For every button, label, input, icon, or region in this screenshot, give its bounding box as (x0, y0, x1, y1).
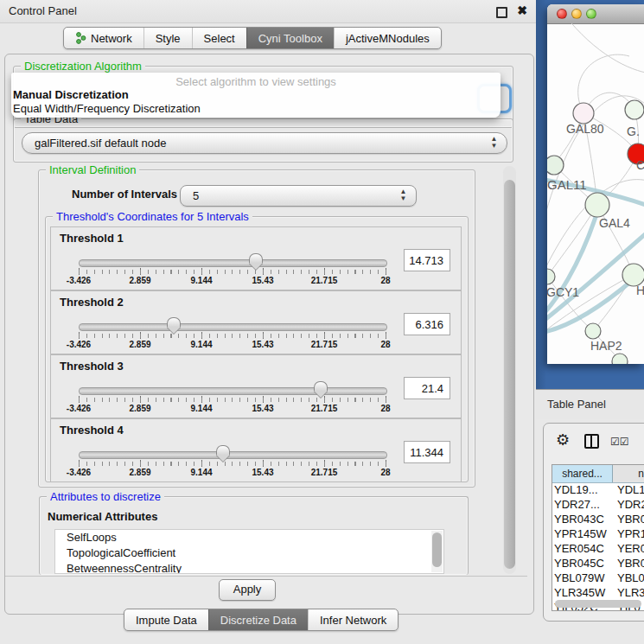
number-of-intervals-label: Number of Intervals (72, 188, 177, 201)
threshold-3-slider-track[interactable] (79, 387, 387, 395)
panel-scrollbar-thumb[interactable] (504, 180, 515, 569)
cell: YBR045C (552, 557, 614, 571)
threshold-1-value-field[interactable]: 14.713 (404, 249, 450, 271)
threshold-3-label: Threshold 3 (60, 360, 124, 373)
threshold-4-slider-thumb[interactable] (216, 445, 230, 462)
gear-icon[interactable]: ⚙ (556, 432, 570, 448)
network-view-window: GAL80 G. C GAL11 GAL4 GCY1 H HAP2 (547, 4, 644, 364)
columns-icon[interactable] (584, 434, 599, 449)
window-close-button[interactable] (557, 9, 567, 19)
tab-select-label: Select (204, 32, 235, 45)
tick-label: 9.144 (190, 276, 212, 285)
node-gal11[interactable] (547, 156, 564, 175)
threshold-1-slider-track[interactable] (79, 259, 387, 267)
tick-label: 21.715 (311, 404, 338, 413)
table-horizontal-scrollbar[interactable] (555, 600, 641, 608)
list-item-betweennesscentrality[interactable]: BetweennessCentrality (55, 561, 443, 574)
tick-label: 9.144 (190, 340, 212, 349)
list-item-topologicalcoefficient[interactable]: TopologicalCoefficient (55, 545, 443, 561)
threshold-2-value-field[interactable]: 6.316 (404, 313, 450, 335)
tab-style[interactable]: Style (143, 28, 192, 48)
apply-button[interactable]: Apply (219, 579, 276, 601)
group-thresholds-label: Threshold's Coordinates for 5 Intervals (53, 210, 252, 223)
node-gal4[interactable] (585, 193, 609, 217)
network-icon (75, 32, 86, 44)
cell: YPR1 (614, 527, 644, 542)
algorithm-dropdown-popup: Select algorithm to view settings Manual… (11, 73, 501, 118)
cell: YDL19... (552, 483, 614, 498)
cell: YLR3 (614, 586, 644, 601)
threshold-3-value-field[interactable]: 21.4 (404, 377, 450, 399)
tick-label: -3.426 (67, 276, 91, 285)
table-row[interactable]: YDR27...YDR2 (552, 498, 644, 513)
threshold-4-slider-track[interactable] (79, 451, 387, 459)
table-data-value: galFiltered.sif default node (35, 133, 166, 153)
attributes-scrollbar[interactable] (431, 531, 443, 572)
node-gal80[interactable] (573, 103, 594, 124)
table-panel-window: ⚙ ☑☑ shared... n YDL19...YDL1 YDR27...YD… (543, 423, 644, 622)
table-row[interactable]: YDL19...YDL1 (552, 483, 644, 498)
table-row[interactable]: YBR043CYBR0 (552, 513, 644, 527)
tab-infer-network[interactable]: Infer Network (308, 609, 398, 630)
bottom-tab-bar: Impute Data Discretize Data Infer Networ… (124, 609, 399, 631)
table-data-combobox[interactable]: galFiltered.sif default node ▲▼ (22, 132, 507, 154)
table-row[interactable]: YBL079WYBL0 (552, 571, 644, 586)
tick-label: 28 (380, 468, 390, 477)
threshold-1-slider-thumb[interactable] (249, 253, 263, 271)
table-row[interactable]: YLR345WYLR3 (552, 586, 644, 601)
tab-discretize-data-label: Discretize Data (220, 614, 296, 627)
node-bottom[interactable] (612, 354, 628, 364)
algorithm-option-equal-width[interactable]: Equal Width/Frequency Discretization (11, 102, 501, 116)
number-of-intervals-combobox[interactable]: 5 ▲▼ (180, 185, 417, 207)
panel-vertical-scrollbar[interactable] (503, 166, 516, 574)
tick-label: 28 (380, 404, 390, 413)
node-gcy1[interactable] (547, 269, 555, 284)
column-header-shared[interactable]: shared... (552, 465, 613, 482)
cell: YER0 (614, 542, 644, 557)
algorithm-option-manual[interactable]: Manual Discretization (11, 88, 501, 102)
node-top-right[interactable] (625, 100, 644, 119)
network-canvas[interactable]: GAL80 G. C GAL11 GAL4 GCY1 H HAP2 (547, 23, 644, 364)
node-hap2[interactable] (585, 323, 601, 339)
threshold-2-slider-thumb[interactable] (167, 317, 181, 335)
group-attributes-label: Attributes to discretize (47, 490, 164, 503)
cell: YER054C (552, 542, 614, 557)
attributes-scrollbar-thumb[interactable] (432, 532, 442, 567)
control-panel-titlebar: Control Panel ✖ (0, 0, 536, 23)
tab-style-label: Style (156, 32, 181, 45)
cell: YBR043C (552, 513, 614, 527)
label-gal11: GAL11 (547, 177, 587, 192)
tab-impute-data[interactable]: Impute Data (124, 609, 208, 630)
threshold-2-panel: Threshold 2 -3.426 2.859 9.144 15.43 21.… (50, 290, 462, 354)
float-window-icon[interactable] (496, 7, 507, 18)
tab-select[interactable]: Select (192, 28, 246, 48)
threshold-2-slider-track[interactable] (79, 323, 387, 331)
table-row[interactable]: YBR045CYBR0 (552, 557, 644, 571)
tab-jactivemnodules[interactable]: jActiveMNodules (334, 28, 441, 48)
checkboxes-icon[interactable]: ☑☑ (610, 436, 629, 448)
table-row[interactable]: YER054CYER0 (552, 542, 644, 557)
threshold-3-slider-thumb[interactable] (314, 381, 328, 399)
cell: YDR2 (614, 498, 644, 513)
tab-infer-network-label: Infer Network (320, 614, 386, 627)
tick-label: 15.43 (252, 468, 273, 477)
tab-discretize-data[interactable]: Discretize Data (208, 609, 308, 630)
threshold-4-value-field[interactable]: 11.344 (404, 441, 450, 463)
tab-impute-data-label: Impute Data (136, 614, 197, 627)
label-c-partial: C (636, 158, 644, 172)
close-icon[interactable]: ✖ (517, 3, 527, 17)
tick-label: 2.859 (129, 340, 150, 349)
tick-label: 2.859 (129, 404, 150, 413)
window-zoom-button[interactable] (586, 9, 596, 19)
label-hap2: HAP2 (590, 339, 622, 353)
column-header-name[interactable]: n (613, 465, 644, 482)
list-item-selfloops[interactable]: SelfLoops (55, 530, 443, 545)
tab-cyni-toolbox[interactable]: Cyni Toolbox (246, 28, 334, 48)
window-minimize-button[interactable] (571, 9, 582, 19)
tab-network[interactable]: Network (64, 28, 143, 48)
network-window-titlebar[interactable] (547, 4, 644, 24)
label-gal80: GAL80 (566, 122, 604, 136)
table-row[interactable]: YPR145WYPR1 (552, 527, 644, 542)
panel-title: Control Panel (9, 4, 77, 17)
table-panel-title: Table Panel (547, 398, 606, 411)
